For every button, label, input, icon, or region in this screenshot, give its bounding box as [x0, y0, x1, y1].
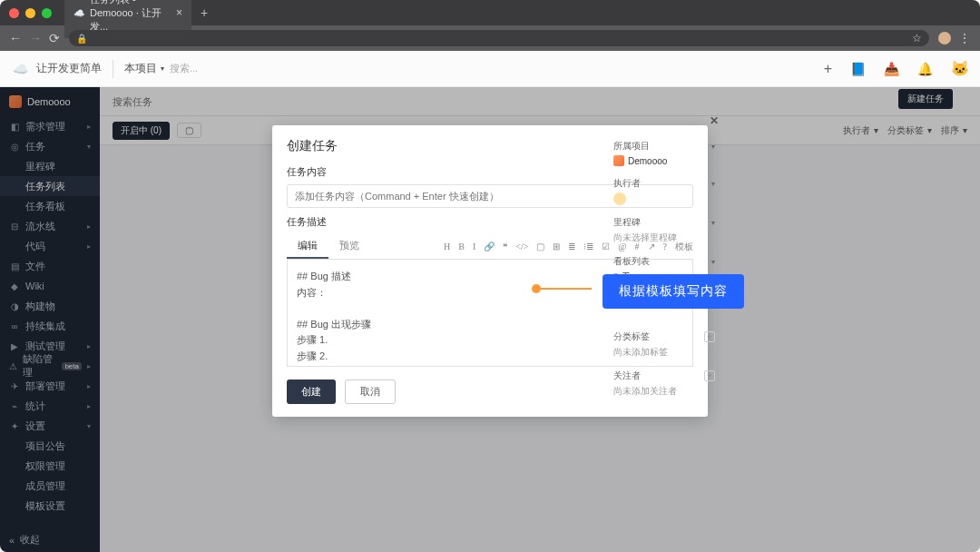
brand-slogan: 让开发更简单: [36, 61, 102, 76]
sp-milestone-value: 尚未选择里程碑: [613, 232, 715, 244]
sp-labels-value: 尚未添加标签: [613, 346, 715, 359]
address-bar: ← → ⟳ 🔒 ☆ ⋮: [0, 25, 980, 51]
header-plus-icon[interactable]: +: [824, 61, 832, 77]
browser-titlebar: ☁️ 任务列表 - Demoooo · 让开发... × +: [0, 0, 980, 25]
toolbar-btn[interactable]: ≣: [568, 242, 575, 251]
bookmark-star-icon[interactable]: ☆: [912, 32, 922, 44]
editor-tab-edit[interactable]: 编辑: [287, 234, 328, 259]
new-tab-button[interactable]: +: [201, 5, 208, 20]
callout-bubble: 根据模板填写内容: [603, 274, 744, 309]
sp-executor-label: 执行者: [613, 177, 641, 190]
toolbar-btn[interactable]: ⁝≣: [583, 242, 593, 251]
create-button[interactable]: 创建: [287, 380, 336, 404]
sp-project-value[interactable]: Demoooo: [613, 155, 715, 166]
avatar-icon: [613, 192, 626, 205]
toolbar-btn[interactable]: ☑: [602, 242, 610, 251]
toolbar-btn[interactable]: B: [458, 242, 465, 251]
nav-back-icon[interactable]: ←: [9, 31, 22, 45]
sp-project-label: 所属项目: [613, 140, 650, 153]
maximize-window-dot[interactable]: [42, 8, 52, 18]
close-window-dot[interactable]: [9, 8, 19, 18]
cancel-button[interactable]: 取消: [345, 380, 396, 404]
header-bell-icon[interactable]: 🔔: [917, 62, 933, 76]
chevron-down-icon[interactable]: ▾: [711, 258, 715, 266]
lock-icon: 🔒: [76, 34, 87, 44]
sp-kanban-label: 看板列表: [613, 255, 650, 268]
divider: [113, 60, 113, 78]
modal-close-icon[interactable]: ✕: [710, 114, 719, 127]
sp-executor-value[interactable]: [613, 192, 715, 205]
toolbar-btn[interactable]: H: [444, 242, 450, 251]
url-field[interactable]: 🔒 ☆: [69, 30, 929, 46]
chevron-down-icon[interactable]: ▾: [711, 143, 715, 151]
callout-line: [537, 288, 592, 290]
traffic-lights: [9, 8, 52, 18]
reload-icon[interactable]: ⟳: [49, 31, 60, 45]
browser-menu-icon[interactable]: ⋮: [958, 31, 971, 45]
add-label-icon[interactable]: +: [704, 331, 715, 342]
minimize-window-dot[interactable]: [25, 8, 35, 18]
header-inbox-icon[interactable]: 📥: [884, 62, 899, 76]
header-avatar-icon[interactable]: 🐱: [951, 60, 969, 77]
add-watcher-icon[interactable]: +: [704, 370, 715, 381]
toolbar-btn[interactable]: ▢: [536, 242, 544, 251]
sp-watchers-label: 关注者: [613, 370, 641, 382]
sp-watchers-value: 尚未添加关注者: [613, 385, 715, 398]
header-docs-icon[interactable]: 📘: [850, 62, 866, 76]
chevron-down-icon: ▾: [161, 64, 164, 73]
toolbar-btn[interactable]: 🔗: [484, 242, 495, 251]
toolbar-btn[interactable]: </>: [515, 242, 528, 251]
nav-forward-icon[interactable]: →: [29, 31, 42, 45]
toolbar-btn[interactable]: I: [473, 242, 475, 251]
toolbar-btn[interactable]: ❝: [503, 242, 507, 251]
project-icon: [613, 155, 624, 166]
chevron-down-icon[interactable]: ▾: [711, 219, 715, 227]
tab-close-icon[interactable]: ×: [176, 6, 182, 19]
chevron-down-icon[interactable]: ▾: [711, 180, 715, 188]
sp-labels-label: 分类标签: [613, 330, 650, 343]
profile-avatar-icon[interactable]: [938, 32, 951, 44]
header-search[interactable]: 搜索...: [170, 62, 198, 75]
app-header: ☁️ 让开发更简单 本项目 ▾ 搜索... + 📘 📥 🔔 🐱: [0, 51, 980, 87]
editor-tab-preview[interactable]: 预览: [328, 234, 370, 259]
tab-title: 任务列表 - Demoooo · 让开发...: [90, 0, 171, 34]
project-dropdown[interactable]: 本项目 ▾: [124, 61, 164, 76]
toolbar-btn[interactable]: ⊞: [553, 242, 560, 251]
brand-logo-icon[interactable]: ☁️: [11, 60, 29, 78]
sp-milestone-label: 里程碑: [613, 216, 641, 229]
